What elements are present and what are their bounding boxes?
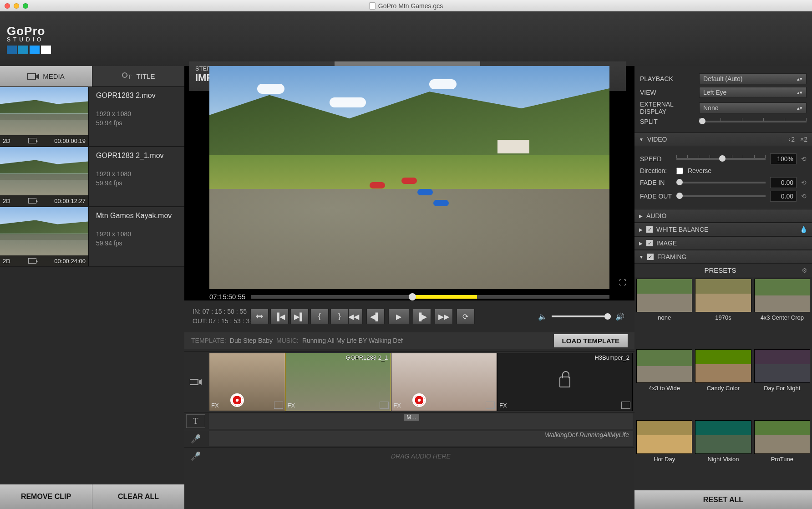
play-button[interactable]: ▶ bbox=[388, 309, 409, 324]
wb-section-header[interactable]: ▶✓WHITE BALANCE💧 bbox=[634, 223, 812, 236]
external-display-select[interactable]: None▴▾ bbox=[699, 102, 807, 113]
image-checkbox[interactable]: ✓ bbox=[646, 240, 653, 246]
speed-value[interactable]: 100% bbox=[770, 153, 797, 164]
preset-thumbnail bbox=[754, 349, 810, 383]
media-clip[interactable]: 2D00:00:12:27GOPR1283 2_1.mov1920 x 1080… bbox=[0, 147, 184, 207]
split-slider[interactable] bbox=[699, 121, 807, 122]
transport-controls: IN: 07 : 15 : 50 : 55 OUT: 07 : 15 : 53 … bbox=[184, 300, 634, 332]
playback-select[interactable]: Default (Auto)▴▾ bbox=[699, 73, 807, 84]
zoom-in-button[interactable]: ×2 bbox=[800, 136, 807, 143]
title-icon: T bbox=[122, 72, 133, 81]
preset-thumbnail bbox=[636, 349, 692, 383]
media-icon bbox=[27, 72, 39, 81]
wb-checkbox[interactable]: ✓ bbox=[646, 226, 653, 233]
seek-handle[interactable] bbox=[409, 293, 416, 300]
preset-name: 1970s bbox=[715, 314, 731, 321]
zoom-out-button[interactable]: ÷2 bbox=[788, 136, 795, 143]
clip-speaker-icon[interactable] bbox=[621, 402, 630, 409]
reset-fadeout-icon[interactable]: ⟲ bbox=[801, 193, 807, 200]
fadein-slider[interactable] bbox=[676, 182, 766, 183]
timeline-clip-locked[interactable]: H3Bumper_2FX bbox=[497, 353, 633, 411]
audio2-drop-zone[interactable]: DRAG AUDIO HERE bbox=[207, 448, 634, 465]
step-back-button[interactable]: ◀▌ bbox=[366, 309, 385, 324]
fadein-value[interactable]: 0.00 bbox=[770, 177, 797, 188]
clip-speaker-icon[interactable] bbox=[380, 402, 389, 409]
svg-rect-0 bbox=[27, 74, 36, 79]
media-clip[interactable]: 2D00:00:00:19GOPR1283 2.mov1920 x 108059… bbox=[0, 87, 184, 147]
marker[interactable]: M… bbox=[404, 414, 419, 421]
preset-thumbnail bbox=[636, 420, 692, 454]
view-select[interactable]: Left Eye▴▾ bbox=[699, 87, 807, 98]
preset-item[interactable]: Candy Color bbox=[695, 349, 751, 417]
reverse-checkbox[interactable] bbox=[676, 168, 683, 174]
goto-out-button[interactable]: ▶▌ bbox=[290, 309, 309, 324]
gear-icon[interactable]: ⚙ bbox=[802, 267, 807, 274]
video-track[interactable]: FX GOPR1283 2_1FX FX H3Bumper_2FX bbox=[209, 353, 633, 411]
preset-grid: none1970s4x3 Center Crop4x3 to WideCandy… bbox=[634, 277, 812, 490]
remove-clip-button[interactable]: REMOVE CLIP bbox=[0, 484, 92, 509]
triangle-right-icon: ▶ bbox=[639, 214, 643, 219]
timeline-clip[interactable]: FX bbox=[209, 353, 285, 411]
preset-item[interactable]: 4x3 to Wide bbox=[636, 349, 692, 417]
lock-icon bbox=[559, 377, 570, 387]
audio1-track[interactable]: WalkingDef-RunningAllMyLife bbox=[209, 431, 633, 446]
reset-fadein-icon[interactable]: ⟲ bbox=[801, 179, 807, 186]
template-bar: TEMPLATE: Dub Step Baby MUSIC: Running A… bbox=[184, 332, 634, 349]
loop-button[interactable]: ⟳ bbox=[457, 309, 475, 324]
load-template-button[interactable]: LOAD TEMPLATE bbox=[554, 334, 628, 347]
preset-item[interactable]: none bbox=[636, 279, 692, 346]
preset-item[interactable]: 1970s bbox=[695, 279, 751, 346]
preset-thumbnail bbox=[695, 420, 751, 454]
reset-all-button[interactable]: RESET ALL bbox=[634, 490, 812, 509]
audio-section-header[interactable]: ▶AUDIO bbox=[634, 209, 812, 223]
triangle-right-icon: ▶ bbox=[639, 241, 643, 246]
fullscreen-button[interactable]: ⛶ bbox=[619, 279, 626, 287]
image-section-header[interactable]: ▶✓IMAGE bbox=[634, 236, 812, 250]
tab-media[interactable]: MEDIA bbox=[0, 66, 92, 87]
window-title: GoPro Mtn Games.gcs bbox=[378, 2, 443, 10]
timeline-clip[interactable]: FX bbox=[391, 353, 497, 411]
clip-speaker-icon[interactable] bbox=[486, 402, 495, 409]
chevron-updown-icon: ▴▾ bbox=[797, 90, 802, 96]
preset-name: 4x3 Center Crop bbox=[761, 314, 804, 321]
step-fwd-button[interactable]: ▐▶ bbox=[413, 309, 431, 324]
goto-in-button[interactable]: ▐◀ bbox=[270, 309, 289, 324]
camera-icon bbox=[28, 258, 36, 264]
volume-slider[interactable] bbox=[552, 316, 611, 317]
timeline-clip[interactable]: GOPR1283 2_1FX bbox=[285, 353, 391, 411]
title-track[interactable]: M… bbox=[209, 413, 633, 429]
clip-speaker-icon[interactable] bbox=[274, 402, 283, 409]
forward-button[interactable]: ▶▶ bbox=[435, 309, 453, 324]
preset-name: ProTune bbox=[771, 456, 793, 463]
clip-thumbnail: 2D00:00:12:27 bbox=[0, 147, 89, 206]
speed-slider[interactable] bbox=[676, 158, 766, 160]
tab-title[interactable]: T TITLE bbox=[92, 66, 184, 87]
framing-checkbox[interactable]: ✓ bbox=[647, 254, 654, 260]
app-header: GoPro STUDIO bbox=[0, 11, 812, 66]
eyedropper-icon[interactable]: 💧 bbox=[800, 226, 807, 233]
mute-icon[interactable]: 🔈 bbox=[538, 312, 547, 321]
preset-item[interactable]: Day For Night bbox=[754, 349, 810, 417]
video-section-header[interactable]: ▼ VIDEO ÷2×2 bbox=[634, 132, 812, 146]
preset-name: Candy Color bbox=[707, 385, 740, 392]
preset-thumbnail bbox=[695, 279, 751, 312]
preset-name: Day For Night bbox=[764, 385, 800, 392]
preset-thumbnail bbox=[636, 279, 692, 312]
preview-viewer[interactable] bbox=[209, 66, 609, 289]
preset-thumbnail bbox=[754, 279, 810, 312]
reset-speed-icon[interactable]: ⟲ bbox=[801, 155, 807, 163]
preset-item[interactable]: Hot Day bbox=[636, 420, 692, 488]
preset-item[interactable]: 4x3 Center Crop bbox=[754, 279, 810, 346]
clear-all-button[interactable]: CLEAR ALL bbox=[92, 484, 184, 509]
framing-section-header[interactable]: ▼✓FRAMING bbox=[634, 250, 812, 264]
seek-bar[interactable] bbox=[251, 295, 609, 299]
mark-clip-button[interactable] bbox=[250, 309, 269, 324]
preset-item[interactable]: ProTune bbox=[754, 420, 810, 488]
media-clip[interactable]: 2D00:00:24:00Mtn Games Kayak.mov1920 x 1… bbox=[0, 207, 184, 267]
preset-item[interactable]: Night Vision bbox=[695, 420, 751, 488]
fadeout-value[interactable]: 0.00 bbox=[770, 191, 797, 202]
mark-out-button[interactable]: } bbox=[330, 309, 349, 324]
preset-thumbnail bbox=[695, 349, 751, 383]
fadeout-slider[interactable] bbox=[676, 195, 766, 197]
mark-in-button[interactable]: { bbox=[310, 309, 329, 324]
